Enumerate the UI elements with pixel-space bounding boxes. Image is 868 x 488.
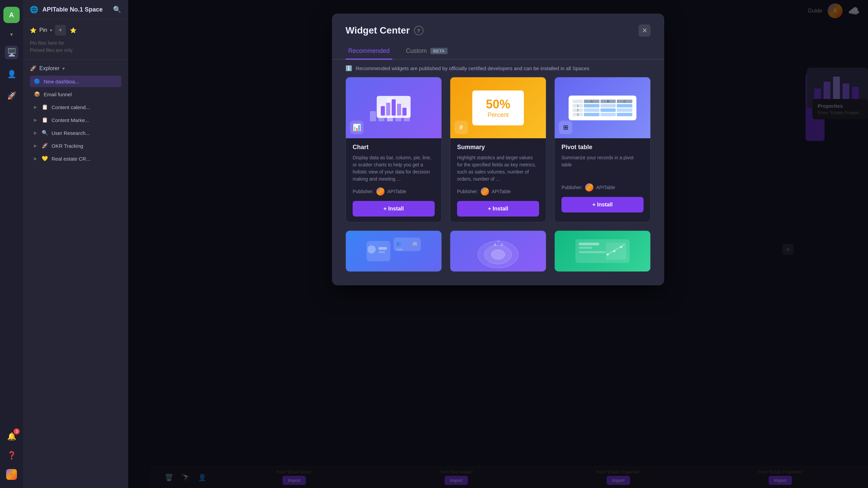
widget-card-5: A B C [450,230,546,272]
tab-recommended[interactable]: Recommended [346,43,392,60]
widget-card-pivot: A B C 1 [554,77,651,222]
publisher-logo-pivot [585,183,593,191]
nav-arrow-icon4: ▶ [34,143,37,148]
widget-desc-chart: Display data as bar, column, pie, line, … [353,154,435,183]
svg-text:👥: 👥 [396,241,401,246]
widget-name-chart: Chart [353,144,435,151]
help-icon[interactable]: ❓ [5,449,18,462]
nav-arrow-icon5: ▶ [34,156,37,161]
pin-label: Pin [39,27,47,33]
summary-widget-icon: # [454,121,468,134]
summary-percent: 50% [486,97,510,111]
nav-label-content-cal: Content calend... [52,104,90,110]
pin-star-icon: ⭐ [70,27,77,34]
summary-label: Percent [486,111,510,119]
nav-icon-user-research: 🔍 [42,130,48,136]
sidebar-icon-desktop[interactable]: 🖥️ [5,46,18,59]
pivot-preview-table: A B C 1 [569,96,636,120]
nav-item-content-cal[interactable]: ▶ 📋 Content calend... [30,101,121,113]
nav-label-real-estate: Real estate CR... [52,156,90,162]
svg-rect-26 [579,243,599,245]
explorer-header[interactable]: 🚀 Explorer ▾ [30,65,121,72]
svg-text:A: A [494,243,496,247]
collapse-chevron[interactable]: ▾ [10,31,13,38]
modal-info-bar: ℹ️ Recommended widgets are published by … [332,60,664,77]
svg-rect-9 [397,104,401,116]
left-nav-panel: 🌐 APITable No.1 Space 🔍 ⭐ Pin ▾ + ⭐ Pin … [23,0,128,488]
svg-point-33 [620,246,622,248]
pin-section: ⭐ Pin ▾ + ⭐ Pin files here forPinned fil… [23,19,128,60]
help-circle-icon[interactable]: ? [414,26,423,35]
summary-display: 50% Percent [472,90,524,125]
modal-tabs: Recommended Custom BETA [332,37,664,60]
svg-rect-0 [370,111,376,121]
install-button-pivot[interactable]: + Install [561,197,644,212]
widget-name-summary: Summary [457,144,539,151]
modal-overlay[interactable]: Widget Center ? ✕ Recommended Custom BET… [128,0,868,488]
publisher-summary: Publisher: APITable [457,187,539,196]
widget-card-4: 👥 🏢 CRM [346,230,442,272]
explorer-label: Explorer [39,65,60,72]
widget-info-summary: Summary Highlight statistics and target … [450,138,546,222]
nav-item-email-funnel[interactable]: 📦 Email funnel [30,88,121,100]
svg-rect-27 [579,247,592,249]
widget-desc-pivot: Summarize your records in a pivot table [561,154,644,179]
modal-title: Widget Center ? [346,25,423,36]
svg-rect-10 [402,108,407,116]
nav-label-dashboard: New dashboa... [44,79,79,84]
pin-header[interactable]: ⭐ Pin ▾ + ⭐ [30,25,121,36]
user-avatar[interactable]: A [3,7,20,23]
nav-icon-content-market: 📋 [42,117,48,123]
install-button-chart[interactable]: + Install [353,201,435,217]
widget-card-6 [554,230,651,272]
sidebar-icon-users[interactable]: 👤 [5,67,18,81]
nav-label-user-research: User Research... [52,130,90,136]
widget-preview-6 [555,231,650,271]
add-pin-button[interactable]: + [55,25,66,36]
widget-info-chart: Chart Display data as bar, column, pie, … [346,138,441,222]
svg-point-21 [491,250,505,259]
svg-rect-8 [392,99,396,116]
nav-icon-okr: 🚀 [42,143,48,149]
nav-item-new-dashboard[interactable]: 🔵 New dashboa... [30,76,121,87]
nav-item-real-estate[interactable]: ▶ 💛 Real estate CR... [30,153,121,164]
pin-chevron-icon[interactable]: ▾ [50,27,52,33]
modal-close-button[interactable]: ✕ [638,24,651,37]
chart-widget-icon: 📊 [350,121,363,134]
nav-icon-dashboard: 🔵 [34,78,40,84]
install-button-summary[interactable]: + Install [457,201,539,217]
widget-preview-chart: 📊 [346,77,441,138]
widget-name-pivot: Pivot table [561,144,644,151]
tab-custom[interactable]: Custom BETA [403,43,450,60]
space-title: APITable No.1 Space [42,6,103,13]
modal-body: 📊 Chart Display data as bar, column, pie… [332,77,664,285]
widget-info-pivot: Pivot table Summarize your records in a … [555,138,650,218]
main-content-area: Guide A ☁️ Widget Center ? ✕ Recommended [128,0,868,488]
widget-grid: 📊 Chart Display data as bar, column, pie… [346,77,651,272]
nav-icon-email: 📦 [34,91,40,97]
publisher-logo-chart [376,187,384,196]
nav-arrow-icon: ▶ [34,105,37,109]
nav-item-user-research[interactable]: ▶ 🔍 User Research... [30,127,121,139]
notification-icon[interactable]: 🔔 3 [5,430,18,443]
svg-rect-7 [386,103,390,116]
user-settings-icon[interactable]: A [5,468,18,481]
pivot-widget-icon: ⊞ [559,121,572,134]
star-icon: ⭐ [30,27,37,34]
svg-text:B: B [501,243,503,247]
panel-header: 🌐 APITable No.1 Space 🔍 [23,0,128,19]
svg-point-13 [368,245,376,253]
publisher-pivot: Publisher: APITable [561,183,644,191]
nav-icon-content-cal: 📋 [42,104,48,110]
nav-arrow-icon3: ▶ [34,130,37,135]
svg-rect-14 [378,247,387,250]
nav-label-okr: OKR Tracking [52,143,83,149]
info-circle-icon: ℹ️ [346,65,352,72]
nav-item-okr[interactable]: ▶ 🚀 OKR Tracking [30,140,121,151]
search-icon[interactable]: 🔍 [113,5,121,14]
explorer-chevron-icon[interactable]: ▾ [62,66,65,71]
svg-rect-28 [579,251,606,253]
sidebar-icon-rocket[interactable]: 🚀 [5,89,18,103]
svg-rect-15 [378,251,385,253]
nav-item-content-market[interactable]: ▶ 📋 Content Marke... [30,114,121,126]
